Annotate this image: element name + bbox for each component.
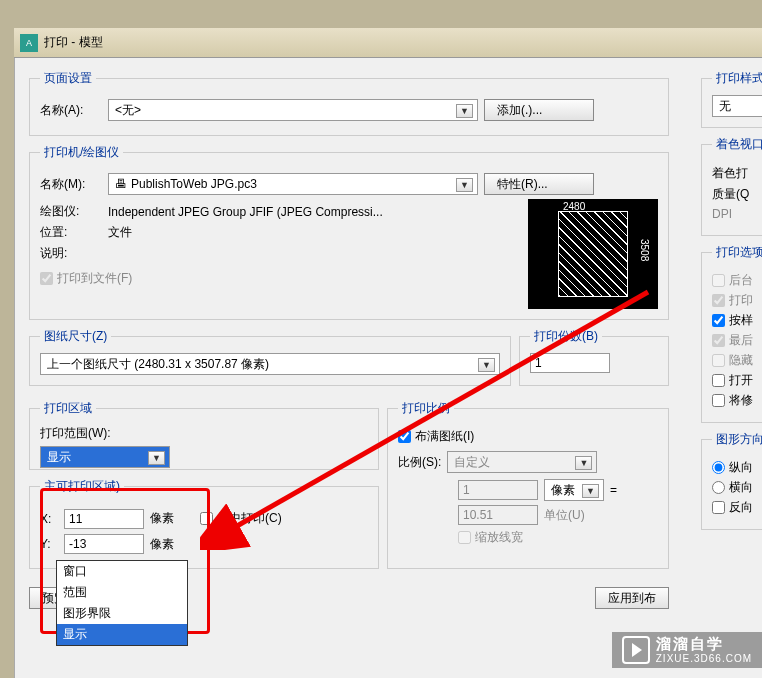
plotter-value: Independent JPEG Group JFIF (JPEG Compre…: [108, 205, 383, 219]
orientation-legend: 图形方向: [712, 431, 762, 448]
scale-group: 打印比例 布满图纸(I) 比例(S): 自定义 像素 =: [387, 400, 669, 569]
orientation-group: 图形方向 纵向 横向 反向: [701, 431, 762, 530]
location-label: 位置:: [40, 224, 102, 241]
plot-style-legend: 打印样式: [712, 70, 762, 87]
scale-unit1-combo[interactable]: 像素: [544, 479, 604, 501]
watermark-play-icon: [622, 636, 650, 664]
offset-x-input[interactable]: [64, 509, 144, 529]
scale-num2-input: [458, 505, 538, 525]
orient-landscape-radio[interactable]: [712, 481, 725, 494]
printer-name-combo[interactable]: 🖶 PublishToWeb JPG.pc3: [108, 173, 478, 195]
fit-paper-checkbox[interactable]: [398, 430, 411, 443]
plot-style-combo[interactable]: 无: [712, 95, 762, 117]
paper-size-group: 图纸尺寸(Z) 上一个图纸尺寸 (2480.31 x 3507.87 像素): [29, 328, 511, 386]
scale-unit2-label: 单位(U): [544, 507, 585, 524]
opt-print-checkbox: [712, 294, 725, 307]
shade-group: 着色视口 着色打 质量(Q DPI: [701, 136, 762, 236]
copies-input[interactable]: [530, 353, 610, 373]
range-opt-display[interactable]: 显示: [57, 624, 187, 645]
page-setup-legend: 页面设置: [40, 70, 96, 87]
copies-legend: 打印份数(B): [530, 328, 602, 345]
print-to-file-label: 打印到文件(F): [57, 270, 132, 287]
scale-legend: 打印比例: [398, 400, 454, 417]
printer-legend: 打印机/绘图仪: [40, 144, 123, 161]
opt-bystyle-checkbox[interactable]: [712, 314, 725, 327]
opt-open-checkbox[interactable]: [712, 374, 725, 387]
range-opt-extents[interactable]: 范围: [57, 582, 187, 603]
plot-options-legend: 打印选项: [712, 244, 762, 261]
orient-reverse-checkbox[interactable]: [712, 501, 725, 514]
scale-ratio-combo: 自定义: [447, 451, 597, 473]
window-title: 打印 - 模型: [44, 34, 103, 51]
scale-ratio-label: 比例(S):: [398, 454, 441, 471]
location-value: 文件: [108, 224, 132, 241]
offset-x-unit: 像素: [150, 510, 174, 527]
preview-height: 3508: [639, 239, 650, 261]
shade-label: 着色打: [712, 165, 748, 182]
properties-button[interactable]: 特性(R)...: [484, 173, 594, 195]
range-opt-limits[interactable]: 图形界限: [57, 603, 187, 624]
shade-legend: 着色视口: [712, 136, 762, 153]
offset-x-label: X:: [40, 512, 58, 526]
apply-button[interactable]: 应用到布: [595, 587, 669, 609]
scale-lw-label: 缩放线宽: [475, 529, 523, 546]
printer-group: 打印机/绘图仪 名称(M): 🖶 PublishToWeb JPG.pc3 特性…: [29, 144, 669, 320]
orient-portrait-radio[interactable]: [712, 461, 725, 474]
offset-y-unit: 像素: [150, 536, 174, 553]
scale-lw-checkbox: [458, 531, 471, 544]
print-area-group: 打印区域 打印范围(W): 显示: [29, 400, 379, 470]
scale-num1-input: [458, 480, 538, 500]
offset-group: 主可打印区域) X: 像素 居中打印(C) Y:: [29, 478, 379, 569]
offset-y-input[interactable]: [64, 534, 144, 554]
print-area-legend: 打印区域: [40, 400, 96, 417]
page-name-label: 名称(A):: [40, 102, 102, 119]
opt-save-checkbox[interactable]: [712, 394, 725, 407]
print-range-combo[interactable]: 显示: [40, 446, 170, 468]
printer-name-label: 名称(M):: [40, 176, 102, 193]
range-opt-window[interactable]: 窗口: [57, 561, 187, 582]
printer-icon: 🖶: [115, 177, 127, 191]
paper-size-legend: 图纸尺寸(Z): [40, 328, 111, 345]
center-print-label: 居中打印(C): [217, 510, 282, 527]
print-range-label: 打印范围(W):: [40, 425, 368, 442]
plotter-label: 绘图仪:: [40, 203, 102, 220]
quality-label: 质量(Q: [712, 186, 749, 203]
print-range-dropdown[interactable]: 窗口 范围 图形界限 显示: [56, 560, 188, 646]
opt-hide-checkbox: [712, 354, 725, 367]
offset-y-label: Y:: [40, 537, 58, 551]
app-icon: A: [20, 34, 38, 52]
add-button[interactable]: 添加(.)...: [484, 99, 594, 121]
dpi-label: DPI: [712, 207, 732, 221]
paper-preview: 2480 3508: [528, 199, 658, 309]
print-to-file-checkbox: [40, 272, 53, 285]
watermark-cn: 溜溜自学: [656, 636, 752, 653]
watermark-en: ZIXUE.3D66.COM: [656, 653, 752, 664]
opt-bg-checkbox: [712, 274, 725, 287]
plot-options-group: 打印选项 后台 打印 按样 最后 隐藏 打开 将修: [701, 244, 762, 423]
offset-legend: 主可打印区域): [40, 478, 124, 495]
watermark: 溜溜自学 ZIXUE.3D66.COM: [612, 632, 762, 668]
plot-style-group: 打印样式 无: [701, 70, 762, 128]
page-setup-group: 页面设置 名称(A): <无> 添加(.)...: [29, 70, 669, 136]
copies-group: 打印份数(B): [519, 328, 669, 386]
center-print-checkbox[interactable]: [200, 512, 213, 525]
paper-size-combo[interactable]: 上一个图纸尺寸 (2480.31 x 3507.87 像素): [40, 353, 500, 375]
opt-last-checkbox: [712, 334, 725, 347]
desc-label: 说明:: [40, 245, 102, 262]
fit-paper-label: 布满图纸(I): [415, 428, 474, 445]
page-name-combo[interactable]: <无>: [108, 99, 478, 121]
scale-eq: =: [610, 483, 617, 497]
